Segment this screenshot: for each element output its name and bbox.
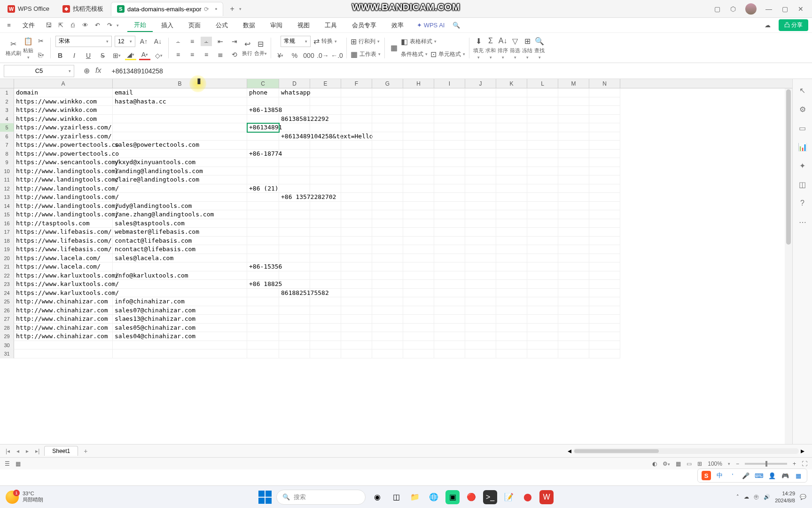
cell-L27[interactable]: [527, 315, 558, 324]
cell-L23[interactable]: [527, 280, 558, 289]
row-header[interactable]: 24: [0, 289, 14, 298]
cell-G6[interactable]: [372, 132, 403, 141]
cell-J27[interactable]: [465, 315, 496, 324]
add-sheet-button[interactable]: +: [81, 447, 90, 455]
select-all-corner[interactable]: [0, 79, 14, 88]
row-header[interactable]: 30: [0, 341, 14, 350]
cell-N22[interactable]: [589, 271, 620, 280]
tray-onedrive-icon[interactable]: ☁: [744, 494, 749, 500]
cell-C15[interactable]: [247, 210, 279, 219]
copy-icon[interactable]: ⎘▾: [35, 50, 47, 60]
tools-panel-icon[interactable]: ✦: [798, 161, 807, 170]
cell-N5[interactable]: [589, 123, 620, 132]
cell-E2[interactable]: [310, 97, 341, 106]
cell-D4[interactable]: 8613858122292: [279, 115, 310, 124]
cell-D28[interactable]: [279, 324, 310, 333]
number-format-select[interactable]: 常规▾: [281, 36, 311, 47]
clear-format-icon[interactable]: ◇▾: [153, 51, 164, 60]
settings-icon[interactable]: ⚙▾: [663, 460, 670, 467]
cell-J20[interactable]: [465, 254, 496, 263]
cell-C18[interactable]: [247, 237, 279, 246]
cell-F27[interactable]: [341, 315, 372, 324]
cell-M16[interactable]: [558, 219, 589, 228]
cell-G17[interactable]: [372, 228, 403, 237]
cell-B3[interactable]: [113, 106, 247, 115]
cell-K28[interactable]: [496, 324, 527, 333]
cell-E12[interactable]: [310, 184, 341, 193]
cell-J8[interactable]: [465, 150, 496, 159]
sheet-last-icon[interactable]: ▸|: [33, 448, 41, 454]
sheet-first-icon[interactable]: |◂: [4, 448, 12, 454]
cell-M2[interactable]: [558, 97, 589, 106]
cell-D5[interactable]: [279, 123, 310, 132]
cell-H1[interactable]: [403, 88, 434, 97]
redo-icon[interactable]: ↷: [104, 20, 115, 31]
cell-I24[interactable]: [434, 289, 465, 298]
row-header[interactable]: 11: [0, 175, 14, 184]
row-header[interactable]: 25: [0, 297, 14, 306]
cell-A14[interactable]: http://www.landingtools.com/: [14, 202, 113, 211]
cell-H22[interactable]: [403, 271, 434, 280]
zoom-in-icon[interactable]: +: [793, 460, 796, 467]
cell-E10[interactable]: [310, 167, 341, 176]
cell-D8[interactable]: [279, 150, 310, 159]
notification-icon[interactable]: 💬: [800, 494, 806, 500]
cell-C30[interactable]: [247, 341, 279, 350]
cell-A30[interactable]: [14, 341, 113, 350]
cell-D2[interactable]: [279, 97, 310, 106]
cell-K8[interactable]: [496, 150, 527, 159]
cell-A15[interactable]: http://www.landingtools.com/: [14, 210, 113, 219]
cell-K5[interactable]: [496, 123, 527, 132]
cell-I4[interactable]: [434, 115, 465, 124]
cell-B6[interactable]: [113, 132, 247, 141]
cell-G3[interactable]: [372, 106, 403, 115]
start-button[interactable]: [258, 491, 272, 504]
ime-game-icon[interactable]: 🎮: [781, 471, 790, 480]
cell-G9[interactable]: [372, 158, 403, 167]
media-panel-icon[interactable]: ◫: [798, 180, 807, 189]
cell-N11[interactable]: [589, 175, 620, 184]
decrease-font-icon[interactable]: A↓: [152, 37, 164, 46]
cell-K21[interactable]: [496, 262, 527, 271]
cell-N2[interactable]: [589, 97, 620, 106]
cell-N8[interactable]: [589, 150, 620, 159]
cell-F3[interactable]: [341, 106, 372, 115]
cell-B28[interactable]: sales05@chinahizar.com: [113, 324, 247, 333]
cell-N14[interactable]: [589, 202, 620, 211]
cell-M13[interactable]: [558, 193, 589, 202]
cell-E27[interactable]: [310, 315, 341, 324]
cell-D15[interactable]: [279, 210, 310, 219]
taskbar-search[interactable]: 🔍 搜索: [276, 490, 366, 505]
cell-I6[interactable]: [434, 132, 465, 141]
ime-voice-icon[interactable]: 🎤: [741, 471, 750, 480]
cell-C12[interactable]: +86 (21): [247, 184, 279, 193]
export-icon[interactable]: ⇱: [55, 20, 66, 31]
cell-C8[interactable]: +86-18774: [247, 150, 279, 159]
cell-N4[interactable]: [589, 115, 620, 124]
cell-J18[interactable]: [465, 237, 496, 246]
cell-M6[interactable]: [558, 132, 589, 141]
conditional-format-button[interactable]: 条件格式▾: [401, 50, 428, 58]
cell-I2[interactable]: [434, 97, 465, 106]
cell-N31[interactable]: [589, 349, 620, 358]
cell-E11[interactable]: [310, 175, 341, 184]
cell-K2[interactable]: [496, 97, 527, 106]
cell-B17[interactable]: webmaster@lifebasis.com: [113, 228, 247, 237]
increase-font-icon[interactable]: A↑: [138, 37, 149, 46]
cell-J14[interactable]: [465, 202, 496, 211]
font-color-icon[interactable]: A▾: [139, 51, 150, 60]
notepad-icon[interactable]: 📝: [502, 490, 516, 504]
cell-G4[interactable]: [372, 115, 403, 124]
cell-K19[interactable]: [496, 245, 527, 254]
cell-K30[interactable]: [496, 341, 527, 350]
orientation-icon[interactable]: ⟲: [229, 50, 240, 59]
wps-ai-button[interactable]: ✦ WPS AI: [412, 20, 449, 31]
cell-F26[interactable]: [341, 306, 372, 315]
cell-A7[interactable]: https://www.powertectools.co: [14, 141, 113, 150]
cell-F12[interactable]: [341, 184, 372, 193]
cell-I12[interactable]: [434, 184, 465, 193]
menu-formula[interactable]: 公式: [209, 19, 234, 32]
cell-B11[interactable]: claire@landingtools.com: [113, 175, 247, 184]
cell-G11[interactable]: [372, 175, 403, 184]
cell-B19[interactable]: ncontact@lifebasis.com: [113, 245, 247, 254]
